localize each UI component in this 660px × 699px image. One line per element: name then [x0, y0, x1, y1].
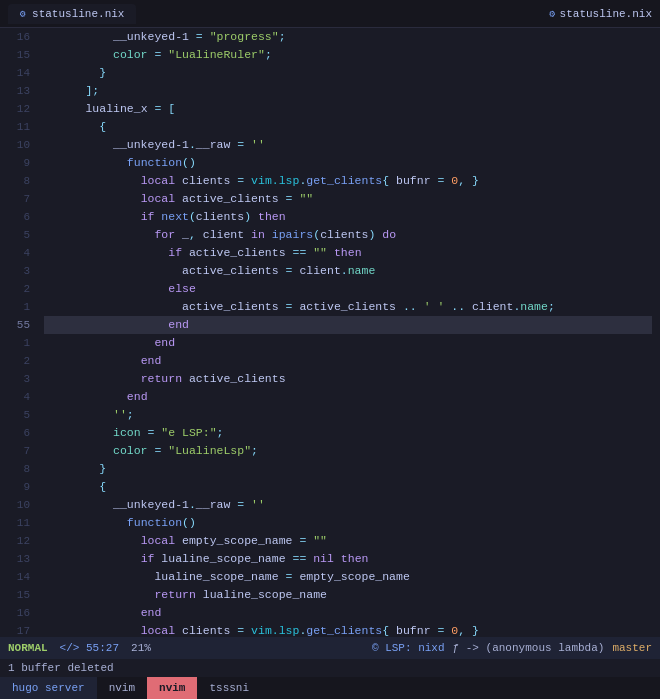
mode-indicator: NORMAL: [8, 642, 48, 654]
message-text: 1 buffer deleted: [8, 662, 114, 674]
tab-right-label: statusline.nix: [560, 8, 652, 20]
tab-right-gear-icon: ⚙: [550, 8, 556, 20]
code-content[interactable]: __unkeyed-1 = "progress"; color = "Luali…: [36, 28, 660, 637]
tab-gear-icon: ⚙: [20, 8, 26, 20]
bottom-tab-hugo[interactable]: hugo server: [0, 677, 97, 699]
editor-area: 16 15 14 13 12 11 10 9 8 7 6 5 4 3 2 1 5…: [0, 28, 660, 637]
status-bar: NORMAL </> 55:27 21% © LSP: nixd ƒ -> (a…: [0, 637, 660, 659]
bottom-tab-nvim-1[interactable]: nvim: [97, 677, 147, 699]
line-numbers: 16 15 14 13 12 11 10 9 8 7 6 5 4 3 2 1 5…: [0, 28, 36, 637]
lsp-indicator: © LSP: nixd: [372, 642, 445, 654]
percent-indicator: 21%: [131, 642, 151, 654]
branch-indicator: master: [612, 642, 652, 654]
lambda-indicator: ƒ -> (anonymous lambda): [453, 642, 605, 654]
tab-label: statusline.nix: [32, 8, 124, 20]
tab-bar: ⚙ statusline.nix ⚙ statusline.nix: [0, 0, 660, 28]
tab-statusline-nix[interactable]: ⚙ statusline.nix: [8, 4, 136, 24]
bottom-tab-tsssni[interactable]: tsssni: [197, 677, 261, 699]
editor-container: ⚙ statusline.nix ⚙ statusline.nix 16 15 …: [0, 0, 660, 699]
status-right-section: © LSP: nixd ƒ -> (anonymous lambda) mast…: [372, 642, 652, 654]
bottom-tab-nvim-2[interactable]: nvim: [147, 677, 197, 699]
bottom-tab-bar[interactable]: hugo server nvim nvim tsssni: [0, 677, 660, 699]
filetype-indicator: </> 55:27: [60, 642, 119, 654]
message-bar: 1 buffer deleted: [0, 659, 660, 677]
